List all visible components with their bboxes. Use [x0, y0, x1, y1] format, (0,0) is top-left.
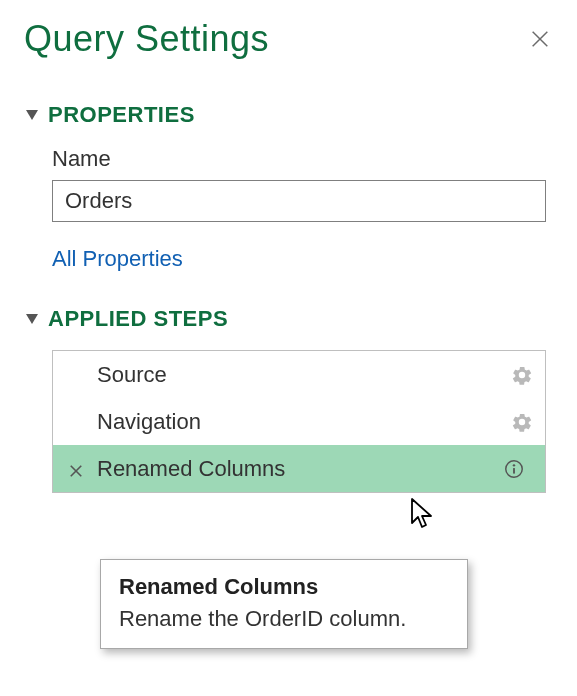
tooltip-description: Rename the OrderID column.	[119, 606, 449, 632]
close-icon	[529, 28, 551, 50]
gear-icon[interactable]	[511, 364, 533, 386]
properties-heading: PROPERTIES	[48, 102, 195, 128]
caret-down-icon	[26, 314, 38, 324]
step-renamed-columns[interactable]: Renamed Columns	[53, 445, 545, 492]
step-label: Navigation	[97, 409, 511, 435]
step-tooltip: Renamed Columns Rename the OrderID colum…	[100, 559, 468, 649]
applied-steps-list: Source Navigation Renamed Columns	[52, 350, 546, 493]
applied-steps-heading: APPLIED STEPS	[48, 306, 228, 332]
info-icon[interactable]	[503, 458, 525, 480]
step-navigation[interactable]: Navigation	[53, 398, 545, 445]
properties-section-header[interactable]: PROPERTIES	[24, 102, 553, 128]
name-field-label: Name	[52, 146, 553, 172]
name-input[interactable]	[52, 180, 546, 222]
panel-header: Query Settings	[24, 18, 553, 60]
applied-steps-section-header[interactable]: APPLIED STEPS	[24, 306, 553, 332]
svg-rect-6	[513, 468, 515, 474]
cursor-icon	[409, 497, 437, 531]
panel-title: Query Settings	[24, 18, 269, 60]
step-label: Source	[97, 362, 511, 388]
step-source[interactable]: Source	[53, 351, 545, 398]
delete-step-icon[interactable]	[67, 460, 85, 478]
caret-down-icon	[26, 110, 38, 120]
applied-steps-section: APPLIED STEPS Source Navigation Renamed …	[24, 306, 553, 493]
svg-point-5	[513, 464, 515, 466]
close-button[interactable]	[527, 26, 553, 52]
all-properties-link[interactable]: All Properties	[52, 246, 183, 272]
tooltip-title: Renamed Columns	[119, 574, 449, 600]
step-label: Renamed Columns	[97, 456, 503, 482]
gear-icon[interactable]	[511, 411, 533, 433]
properties-section: PROPERTIES Name All Properties	[24, 102, 553, 272]
